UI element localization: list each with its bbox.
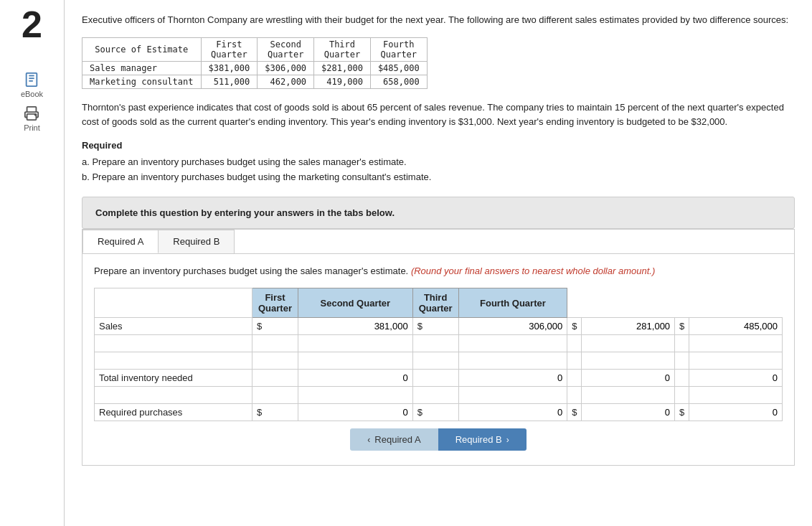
budget-table: First Quarter Second Quarter Third Quart… (94, 288, 783, 421)
e3-q2-input[interactable] (505, 390, 562, 400)
tab-a-content: Prepare an inventory purchases budget us… (82, 254, 794, 466)
e3-q3-val (582, 387, 675, 404)
prev-arrow: ‹ (367, 435, 370, 445)
e1-q4-input[interactable] (720, 338, 778, 349)
rp-q3-dollar: $ (567, 404, 582, 421)
print-button[interactable]: Print (24, 105, 40, 132)
sm-q2: $306,000 (258, 61, 314, 75)
e2-q3-dollar (567, 352, 582, 370)
e3-q3-input[interactable] (613, 390, 670, 400)
next-button[interactable]: Required B › (438, 428, 527, 451)
rp-q1-dollar: $ (252, 404, 298, 421)
tab-required-a[interactable]: Required A (82, 230, 159, 253)
q4-sales-input[interactable] (720, 321, 778, 332)
e2-q4-dollar (675, 352, 689, 370)
rp-q2-val (458, 404, 567, 421)
total-label: Total inventory needed (95, 370, 252, 387)
th-q2: Second Quarter (298, 288, 412, 318)
e3-q4-val (689, 387, 783, 404)
e3-q2-dollar (412, 387, 458, 404)
e1-q2-input[interactable] (505, 338, 562, 349)
e2-q4-val (689, 352, 783, 370)
q4-sales-value (689, 318, 783, 335)
q3-dollar-sales: $ (567, 318, 582, 335)
e2-q3-input[interactable] (613, 355, 670, 366)
total-q2-input[interactable] (505, 372, 562, 383)
svg-point-6 (35, 114, 37, 116)
e1-q1-input[interactable] (351, 338, 408, 349)
e1-q2-dollar (412, 335, 458, 352)
prev-label: Required A (374, 434, 420, 445)
mc-q2: 462,000 (258, 75, 314, 88)
next-arrow: › (506, 435, 509, 445)
q3-sales-input[interactable] (613, 321, 670, 332)
e1-q1-dollar (252, 335, 298, 352)
intro-text: Executive officers of Thornton Company a… (82, 13, 795, 27)
q2-sales-value (458, 318, 567, 335)
total-q2-val (458, 370, 567, 387)
total-q4-dollar (675, 370, 689, 387)
main-content: Executive officers of Thornton Company a… (65, 0, 812, 526)
instruction-text: Prepare an inventory purchases budget us… (94, 266, 408, 276)
rp-q4-dollar: $ (675, 404, 689, 421)
e2-q3-val (582, 352, 675, 370)
q1-sales-input[interactable] (351, 321, 408, 332)
left-sidebar: 2 eBook Print (0, 0, 65, 526)
svg-rect-4 (27, 107, 37, 112)
mc-q1: 511,000 (201, 75, 258, 88)
rp-q1-val (298, 404, 412, 421)
prev-button[interactable]: ‹ Required A (350, 428, 438, 451)
rp-q3-val (582, 404, 675, 421)
rp-q4-input[interactable] (720, 407, 778, 418)
e3-q4-input[interactable] (720, 390, 778, 400)
question-number: 2 (22, 6, 42, 43)
print-label: Print (24, 123, 40, 132)
e1-q4-val (689, 335, 783, 352)
rp-q2-input[interactable] (505, 407, 562, 418)
col-header-source: Source of Estimate (82, 37, 202, 61)
th-blank (95, 288, 252, 318)
th-q4: Fourth Quarter (458, 288, 567, 318)
required-label: Required (82, 140, 795, 151)
tab-required-b[interactable]: Required B (158, 230, 235, 253)
rp-q1-input[interactable] (351, 407, 408, 418)
col-header-q1: FirstQuarter (201, 37, 258, 61)
ebook-button[interactable]: eBook (21, 72, 43, 98)
e3-q1-input[interactable] (351, 390, 408, 400)
total-q3-input[interactable] (613, 372, 670, 383)
empty-label-3 (95, 387, 252, 404)
instructions: a. Prepare an inventory purchases budget… (82, 155, 795, 185)
e1-q3-val (582, 335, 675, 352)
sm-q3: $281,000 (314, 61, 371, 75)
e2-q4-input[interactable] (720, 355, 778, 366)
tab-instruction: Prepare an inventory purchases budget us… (94, 264, 783, 278)
required-purchases-row: Required purchases $ $ $ $ (95, 404, 783, 421)
total-q1-input[interactable] (351, 372, 408, 383)
q2-sales-input[interactable] (505, 321, 562, 332)
estimates-table: Source of Estimate FirstQuarter SecondQu… (82, 37, 428, 89)
rp-q4-val (689, 404, 783, 421)
source-sales-manager: Sales manager (82, 61, 202, 75)
empty-label-1 (95, 335, 252, 352)
total-q4-val (689, 370, 783, 387)
q1-sales-value (298, 318, 412, 335)
instruction-a: a. Prepare an inventory purchases budget… (82, 155, 795, 170)
empty-row-2 (95, 352, 783, 370)
e3-q3-dollar (567, 387, 582, 404)
rp-q3-input[interactable] (613, 407, 670, 418)
total-q4-input[interactable] (720, 372, 778, 383)
q1-dollar-sales: $ (252, 318, 298, 335)
e1-q4-dollar (675, 335, 689, 352)
e1-q1-val (298, 335, 412, 352)
e2-q2-input[interactable] (505, 355, 562, 366)
e2-q1-input[interactable] (351, 355, 408, 366)
sm-q4: $485,000 (370, 61, 427, 75)
e1-q3-dollar (567, 335, 582, 352)
total-q3-val (582, 370, 675, 387)
total-q2-dollar (412, 370, 458, 387)
tabs-area: Required A Required B Prepare an invento… (82, 229, 795, 466)
ebook-label: eBook (21, 90, 43, 98)
e2-q2-val (458, 352, 567, 370)
e3-q1-val (298, 387, 412, 404)
e1-q3-input[interactable] (613, 338, 670, 349)
